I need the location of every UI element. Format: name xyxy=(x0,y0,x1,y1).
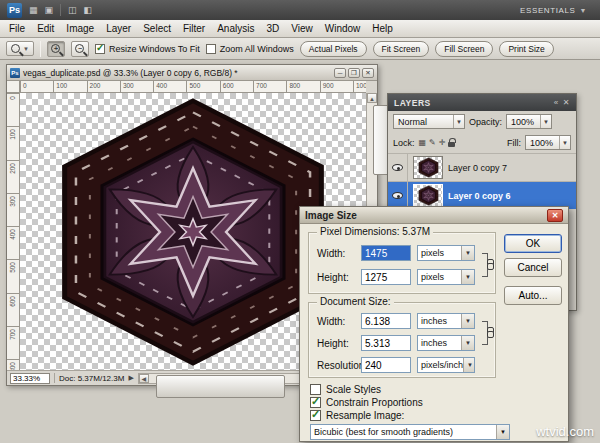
panel-close-icon[interactable]: ✕ xyxy=(563,98,570,107)
menu-3d[interactable]: 3D xyxy=(260,21,285,36)
screen-mode-icon[interactable]: ◧ xyxy=(84,6,93,15)
ruler-mark: 600 xyxy=(9,296,16,307)
cancel-button[interactable]: Cancel xyxy=(504,258,562,277)
chevron-down-icon: ▼ xyxy=(559,136,570,149)
ruler-mark: 200 xyxy=(9,163,16,174)
opacity-value: 100% xyxy=(511,117,534,127)
pixel-dimensions-label: Pixel Dimensions: 5.37M xyxy=(317,226,433,237)
resolution-input[interactable] xyxy=(361,357,411,373)
pixel-height-unit-select[interactable]: pixels ▼ xyxy=(417,269,475,285)
doc-height-unit-select[interactable]: inches ▼ xyxy=(417,335,475,351)
checkbox-icon xyxy=(95,44,105,54)
menu-analysis[interactable]: Analysis xyxy=(211,21,260,36)
print-size-button[interactable]: Print Size xyxy=(499,41,553,57)
document-title: vegas_duplicate.psd @ 33.3% (Layer 0 cop… xyxy=(23,68,238,78)
zoom-all-windows-checkbox[interactable]: Zoom All Windows xyxy=(206,44,294,54)
resolution-unit-select[interactable]: pixels/inch ▼ xyxy=(417,357,475,373)
doc-width-unit-select[interactable]: inches ▼ xyxy=(417,313,475,329)
auto-button[interactable]: Auto... xyxy=(504,286,562,305)
ruler-mark: 400 xyxy=(9,229,16,240)
chevron-down-icon: ▼ xyxy=(540,115,551,128)
vertical-ruler[interactable]: 0 100 200 300 400 500 600 700 800 xyxy=(7,93,20,370)
watermark: wtvid.com xyxy=(536,424,594,439)
ruler-mark: 100 xyxy=(53,81,86,92)
scale-styles-checkbox[interactable]: Scale Styles xyxy=(310,384,381,395)
zoom-in-button[interactable]: + xyxy=(47,41,65,57)
horizontal-ruler[interactable]: 0 100 200 300 400 500 600 700 800 900 10… xyxy=(20,81,366,93)
arrange-documents-icon[interactable]: ◫ xyxy=(68,6,77,15)
document-title-bar[interactable]: Ps vegas_duplicate.psd @ 33.3% (Layer 0 … xyxy=(7,65,377,81)
pixel-width-input[interactable] xyxy=(361,245,411,261)
resize-windows-checkbox[interactable]: Resize Windows To Fit xyxy=(95,44,200,54)
document-size-label: Document Size: xyxy=(317,296,394,307)
fill-dropdown[interactable]: 100% ▼ xyxy=(525,135,571,150)
ruler-mark: 100 xyxy=(9,129,16,140)
panel-collapse-icon[interactable]: « xyxy=(554,98,559,107)
checkbox-icon xyxy=(206,44,216,54)
lock-all-icon[interactable] xyxy=(448,142,455,147)
menu-window[interactable]: Window xyxy=(319,21,367,36)
layer-name[interactable]: Layer 0 copy 6 xyxy=(448,191,511,201)
launch-bridge-icon[interactable]: ▦ xyxy=(29,6,38,15)
chevron-down-icon: ▼ xyxy=(461,246,474,260)
resample-image-checkbox[interactable]: Resample Image: xyxy=(310,410,404,421)
layer-row[interactable]: Layer 0 copy 7 xyxy=(388,153,576,181)
scroll-up-icon[interactable]: ▲ xyxy=(367,93,377,103)
unit-value: pixels xyxy=(421,248,444,258)
minimize-icon[interactable]: ─ xyxy=(334,68,346,78)
constrain-proportions-checkbox[interactable]: Constrain Proportions xyxy=(310,397,423,408)
zoom-tool-icon xyxy=(11,44,20,53)
menu-filter[interactable]: Filter xyxy=(177,21,211,36)
resample-method-select[interactable]: Bicubic (best for smooth gradients) ▼ xyxy=(310,424,510,440)
ruler-mark: 800 xyxy=(286,81,319,92)
zoom-out-button[interactable]: − xyxy=(71,41,89,57)
layer-thumbnail[interactable] xyxy=(413,184,443,207)
zoom-level-input[interactable] xyxy=(10,373,50,384)
lock-pixels-icon[interactable]: ✎ xyxy=(429,139,436,147)
lock-position-icon[interactable]: ✛ xyxy=(439,139,446,147)
actual-pixels-button[interactable]: Actual Pixels xyxy=(300,41,367,57)
menu-layer[interactable]: Layer xyxy=(100,21,137,36)
fit-screen-button[interactable]: Fit Screen xyxy=(373,41,430,57)
chevron-down-icon: ▼ xyxy=(461,314,474,328)
workspace-switcher[interactable]: ESSENTIALS ▼ xyxy=(514,4,593,17)
doc-width-input[interactable] xyxy=(361,313,411,329)
ruler-origin-corner[interactable] xyxy=(7,81,20,93)
pixel-height-input[interactable] xyxy=(361,269,411,285)
close-icon[interactable]: ✕ xyxy=(547,209,563,222)
chevron-down-icon: ▼ xyxy=(461,336,474,350)
layers-panel-header[interactable]: LAYERS « ✕ xyxy=(388,94,576,111)
horizontal-scroll-thumb[interactable] xyxy=(156,375,285,398)
scroll-left-icon[interactable]: ◀ xyxy=(139,374,149,383)
fill-screen-button[interactable]: Fill Screen xyxy=(435,41,493,57)
blend-mode-select[interactable]: Normal ▼ xyxy=(393,114,465,129)
ruler-mark: 900 xyxy=(320,81,353,92)
pixel-width-unit-select[interactable]: pixels ▼ xyxy=(417,245,475,261)
zoom-tool-preset[interactable]: ▼ xyxy=(6,41,34,56)
menu-image[interactable]: Image xyxy=(60,21,100,36)
menu-select[interactable]: Select xyxy=(137,21,177,36)
menu-help[interactable]: Help xyxy=(366,21,399,36)
ruler-mark: 1000 xyxy=(353,81,366,92)
dialog-title-bar[interactable]: Image Size ✕ xyxy=(300,207,568,224)
menu-edit[interactable]: Edit xyxy=(31,21,60,36)
close-icon[interactable]: ✕ xyxy=(362,68,374,78)
ok-button[interactable]: OK xyxy=(504,234,562,253)
ruler-mark: 800 xyxy=(9,362,16,370)
eye-icon xyxy=(392,164,403,171)
layer-name[interactable]: Layer 0 copy 7 xyxy=(448,163,507,173)
view-extras-icon[interactable]: ▣ xyxy=(45,6,54,15)
doc-height-input[interactable] xyxy=(361,335,411,351)
visibility-toggle[interactable] xyxy=(388,154,408,181)
checkbox-icon xyxy=(310,384,321,395)
lock-transparency-icon[interactable]: ▦ xyxy=(419,139,427,147)
menu-file[interactable]: File xyxy=(3,21,31,36)
menu-view[interactable]: View xyxy=(285,21,319,36)
layer-thumbnail[interactable] xyxy=(413,156,443,179)
options-divider xyxy=(40,41,41,57)
opacity-dropdown[interactable]: 100% ▼ xyxy=(506,114,552,129)
restore-icon[interactable]: ❐ xyxy=(348,68,360,78)
status-menu-arrow-icon[interactable]: ▶ xyxy=(128,374,133,382)
visibility-toggle[interactable] xyxy=(388,182,408,209)
layer-row[interactable]: Layer 0 copy 6 xyxy=(388,181,576,209)
